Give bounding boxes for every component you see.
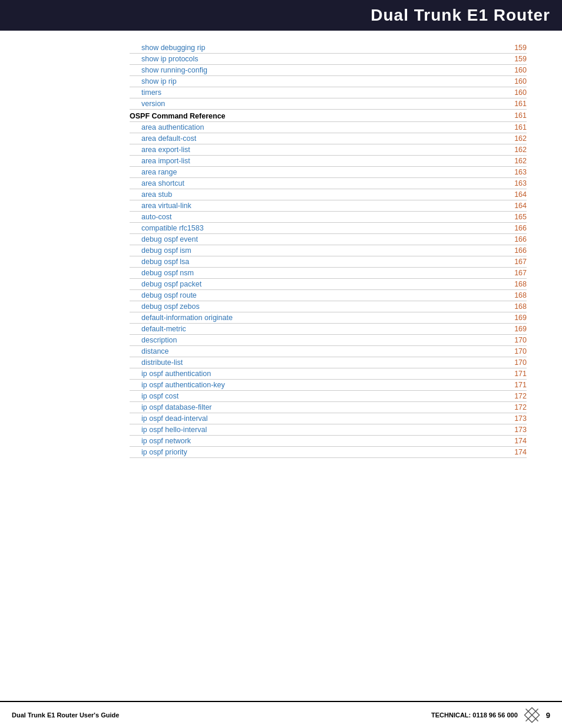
- toc-label[interactable]: default-information originate: [130, 312, 503, 324]
- toc-label[interactable]: debug ospf zebos: [130, 301, 503, 312]
- toc-label[interactable]: debug ospf event: [130, 234, 503, 245]
- toc-label[interactable]: version: [130, 98, 503, 110]
- toc-page: 164: [503, 189, 527, 200]
- toc-row: default-metric169: [130, 324, 527, 335]
- footer-logo: [524, 707, 540, 723]
- toc-page: 164: [503, 200, 527, 212]
- toc-label[interactable]: ip ospf hello-interval: [130, 424, 503, 436]
- toc-row: timers160: [130, 87, 527, 98]
- toc-page: 161: [503, 110, 527, 122]
- footer-center-label: TECHNICAL: 0118 96 56 000: [431, 711, 518, 719]
- toc-label[interactable]: area authentication: [130, 122, 503, 133]
- toc-label[interactable]: description: [130, 335, 503, 346]
- toc-row: area default-cost162: [130, 133, 527, 144]
- toc-row: area import-list162: [130, 156, 527, 167]
- toc-page: 171: [503, 380, 527, 391]
- toc-row: distance170: [130, 346, 527, 357]
- toc-page: 166: [503, 234, 527, 245]
- toc-label[interactable]: ip ospf dead-interval: [130, 413, 503, 424]
- footer-left-label: Dual Trunk E1 Router User's Guide: [12, 711, 119, 719]
- toc-label[interactable]: default-metric: [130, 324, 503, 335]
- toc-page: 169: [503, 312, 527, 324]
- footer-page-number: 9: [546, 711, 550, 720]
- toc-row: area range163: [130, 167, 527, 178]
- toc-page: 161: [503, 98, 527, 110]
- toc-row: debug ospf zebos168: [130, 301, 527, 312]
- toc-label[interactable]: area default-cost: [130, 133, 503, 144]
- toc-row: ip ospf authentication171: [130, 368, 527, 380]
- toc-row: debug ospf lsa167: [130, 256, 527, 268]
- toc-label[interactable]: distribute-list: [130, 357, 503, 368]
- toc-page: 163: [503, 178, 527, 189]
- toc-label[interactable]: show debugging rip: [130, 42, 503, 54]
- toc-label[interactable]: debug ospf ism: [130, 245, 503, 256]
- toc-page: 168: [503, 301, 527, 312]
- toc-page: 172: [503, 402, 527, 413]
- toc-row: ip ospf cost172: [130, 391, 527, 402]
- toc-row: ip ospf dead-interval173: [130, 413, 527, 424]
- toc-row: default-information originate169: [130, 312, 527, 324]
- toc-label[interactable]: ip ospf database-filter: [130, 402, 503, 413]
- page-header: Dual Trunk E1 Router: [0, 0, 562, 31]
- toc-row: debug ospf event166: [130, 234, 527, 245]
- toc-row: area shortcut163: [130, 178, 527, 189]
- toc-page: 173: [503, 413, 527, 424]
- toc-row: area stub164: [130, 189, 527, 200]
- toc-row: ip ospf priority174: [130, 447, 527, 458]
- toc-page: 161: [503, 122, 527, 133]
- toc-page: 167: [503, 268, 527, 279]
- toc-row: debug ospf ism166: [130, 245, 527, 256]
- toc-label[interactable]: ip ospf authentication-key: [130, 380, 503, 391]
- toc-label[interactable]: area range: [130, 167, 503, 178]
- toc-label[interactable]: debug ospf route: [130, 290, 503, 301]
- toc-label[interactable]: timers: [130, 87, 503, 98]
- toc-row: version161: [130, 98, 527, 110]
- toc-page: 159: [503, 42, 527, 54]
- header-title: Dual Trunk E1 Router: [371, 6, 550, 24]
- toc-label[interactable]: area virtual-link: [130, 200, 503, 212]
- toc-page: 160: [503, 76, 527, 87]
- toc-label[interactable]: ip ospf network: [130, 436, 503, 447]
- page-footer: Dual Trunk E1 Router User's Guide TECHNI…: [0, 701, 562, 728]
- toc-row: ip ospf database-filter172: [130, 402, 527, 413]
- toc-label[interactable]: OSPF Command Reference: [130, 110, 503, 122]
- toc-page: 173: [503, 424, 527, 436]
- toc-row: debug ospf packet168: [130, 279, 527, 290]
- toc-row: debug ospf route168: [130, 290, 527, 301]
- toc-label[interactable]: auto-cost: [130, 212, 503, 223]
- toc-row: debug ospf nsm167: [130, 268, 527, 279]
- toc-label[interactable]: ip ospf cost: [130, 391, 503, 402]
- toc-label[interactable]: show ip rip: [130, 76, 503, 87]
- toc-page: 160: [503, 87, 527, 98]
- toc-page: 160: [503, 65, 527, 76]
- toc-label[interactable]: area import-list: [130, 156, 503, 167]
- toc-label[interactable]: distance: [130, 346, 503, 357]
- toc-label[interactable]: area shortcut: [130, 178, 503, 189]
- toc-page: 170: [503, 335, 527, 346]
- toc-row: area authentication161: [130, 122, 527, 133]
- toc-label[interactable]: show ip protocols: [130, 54, 503, 65]
- toc-row: ip ospf network174: [130, 436, 527, 447]
- toc-page: 174: [503, 436, 527, 447]
- toc-label[interactable]: debug ospf lsa: [130, 256, 503, 268]
- toc-label[interactable]: area export-list: [130, 144, 503, 156]
- toc-row: show ip protocols159: [130, 54, 527, 65]
- toc-page: 168: [503, 279, 527, 290]
- toc-label[interactable]: debug ospf packet: [130, 279, 503, 290]
- main-content: show debugging rip159show ip protocols15…: [0, 31, 562, 493]
- toc-label[interactable]: ip ospf priority: [130, 447, 503, 458]
- toc-page: 166: [503, 223, 527, 234]
- toc-page: 165: [503, 212, 527, 223]
- toc-page: 174: [503, 447, 527, 458]
- toc-label[interactable]: compatible rfc1583: [130, 223, 503, 234]
- toc-row: ip ospf hello-interval173: [130, 424, 527, 436]
- toc-label[interactable]: ip ospf authentication: [130, 368, 503, 380]
- toc-label[interactable]: area stub: [130, 189, 503, 200]
- toc-page: 171: [503, 368, 527, 380]
- toc-table: show debugging rip159show ip protocols15…: [130, 42, 527, 458]
- toc-row: OSPF Command Reference161: [130, 110, 527, 122]
- toc-row: distribute-list170: [130, 357, 527, 368]
- toc-label[interactable]: debug ospf nsm: [130, 268, 503, 279]
- toc-label[interactable]: show running-config: [130, 65, 503, 76]
- toc-page: 162: [503, 144, 527, 156]
